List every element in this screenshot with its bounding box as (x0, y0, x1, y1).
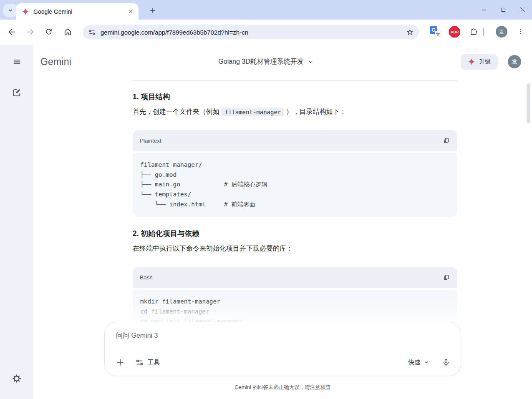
tools-label: 工具 (147, 359, 160, 366)
chevron-down-icon (308, 59, 314, 65)
adblock-extension-icon[interactable]: ABP (449, 26, 460, 38)
copy-code-icon[interactable] (441, 136, 451, 146)
browser-menu-icon[interactable] (515, 26, 527, 38)
gemini-main: Gemini Golang 3D耗材管理系统开发 升级 发 1. 项目结构 首先… (33, 45, 532, 399)
code-block-body[interactable]: filament-manager/ ├── go.mod ├── main.go… (133, 153, 457, 217)
gemini-logo[interactable]: Gemini (40, 56, 71, 68)
upgrade-label: 升级 (479, 58, 491, 65)
browser-profile-avatar[interactable]: 发 (496, 26, 507, 38)
composer-toolbar: 工具 快速 (115, 357, 451, 368)
code-language-label: Bash (140, 274, 441, 281)
attach-plus-icon[interactable] (115, 357, 126, 368)
disclaimer-text: Gemini 的回答未必正确无误，请注意核查 (33, 384, 532, 391)
back-button[interactable] (6, 26, 18, 38)
forward-button[interactable] (24, 26, 36, 38)
copy-code-icon[interactable] (441, 272, 451, 283)
code-block-plaintext: Plaintext filament-manager/ ├── go.mod ├… (133, 130, 457, 217)
settings-gear-icon[interactable] (12, 374, 22, 384)
tools-sliders-icon (136, 359, 144, 366)
chat-title: Golang 3D耗材管理系统开发 (218, 58, 304, 66)
code-language-label: Plaintext (140, 138, 441, 144)
code-block-header: Plaintext (133, 130, 457, 151)
translate-extension-icon[interactable]: G 文 (430, 26, 441, 38)
gemini-sidebar (0, 45, 33, 399)
menu-hamburger-icon[interactable] (12, 57, 22, 67)
prompt-composer[interactable]: 工具 快速 (104, 322, 461, 376)
section1-heading: 1. 项目结构 (133, 92, 170, 102)
browser-toolbar: gemini.google.com/app/f7899ed63b5b702d?h… (0, 20, 532, 44)
bookmark-star-icon[interactable] (406, 28, 414, 36)
omnibox[interactable]: gemini.google.com/app/f7899ed63b5b702d?h… (83, 25, 419, 39)
toolbar-separator (483, 28, 484, 36)
microphone-icon[interactable] (441, 357, 451, 368)
reload-button[interactable] (43, 26, 55, 38)
section2-paragraph: 在终端中执行以下命令来初始化项目并下载必要的库： (133, 244, 293, 253)
window-controls (474, 0, 532, 20)
tools-button[interactable]: 工具 (136, 359, 160, 366)
content-divider (133, 80, 457, 80)
tab-close-icon[interactable] (127, 8, 134, 15)
scrollbar-thumb[interactable] (527, 83, 530, 123)
home-button[interactable] (62, 26, 73, 38)
code-block-bash: Bash mkdir filament-manager cd filament-… (133, 267, 457, 329)
tab-title: Google Gemini (33, 8, 127, 15)
extensions-puzzle-icon[interactable] (468, 26, 479, 38)
account-avatar[interactable]: 发 (508, 55, 521, 68)
tab-search-button[interactable] (3, 4, 17, 17)
chat-title-selector[interactable]: Golang 3D耗材管理系统开发 (71, 58, 461, 66)
prompt-input[interactable] (116, 332, 408, 339)
browser-tab[interactable]: Google Gemini (16, 3, 139, 20)
gemini-header: Gemini Golang 3D耗材管理系统开发 升级 发 (33, 45, 532, 79)
gemini-favicon-icon (22, 8, 29, 15)
tab-strip: Google Gemini (0, 0, 532, 20)
section1-paragraph: 首先，创建一个文件夹（例如 filament-manager ），目录结构如下： (133, 108, 346, 116)
chevron-down-icon (8, 8, 13, 13)
code-block-header: Bash (133, 267, 457, 288)
model-label: 快速 (408, 359, 421, 366)
chevron-down-icon (424, 359, 429, 365)
close-window-button[interactable] (513, 2, 532, 18)
minimize-button[interactable] (474, 2, 494, 18)
section2-heading: 2. 初始化项目与依赖 (133, 228, 199, 238)
inline-code-chip: filament-manager (221, 108, 284, 116)
upgrade-button[interactable]: 升级 (461, 54, 498, 70)
new-chat-icon[interactable] (12, 88, 22, 98)
site-settings-icon[interactable] (88, 29, 96, 36)
maximize-button[interactable] (494, 2, 513, 18)
new-tab-button[interactable] (147, 5, 159, 16)
gemini-sparkle-icon (468, 58, 475, 65)
url-text[interactable]: gemini.google.com/app/f7899ed63b5b702d?h… (101, 29, 406, 36)
model-selector[interactable]: 快速 (408, 359, 429, 366)
